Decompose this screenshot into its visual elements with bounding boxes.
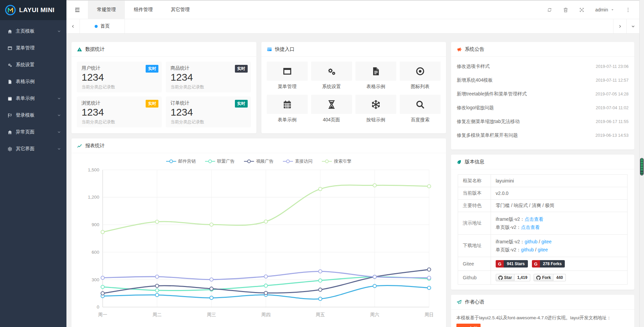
gitee-logo-icon: G <box>532 260 540 268</box>
page-scrollbar[interactable] <box>639 0 644 327</box>
topbar-tab-3[interactable]: 其它管理 <box>162 1 199 19</box>
outdent-icon <box>74 7 81 13</box>
snowflake-icon <box>7 147 12 152</box>
app-logo[interactable]: LAYUI MINI <box>0 0 66 20</box>
chevron-down-icon <box>57 147 61 151</box>
tab-home[interactable]: 首页 <box>80 19 125 33</box>
page-content: 数据统计 用户统计1234当前分类总记录数实时商品统计1234当前分类总记录数实… <box>66 34 639 327</box>
version-row: 框架名称layuimini <box>458 175 628 187</box>
quick-entry-table-example[interactable]: 表格示例 <box>355 62 396 92</box>
chevron-down-icon <box>57 96 61 100</box>
stats-grid: 用户统计1234当前分类总记录数实时商品统计1234当前分类总记录数实时浏览统计… <box>71 57 256 132</box>
paper-plane-icon <box>456 299 462 305</box>
announcements-header: 系统公告 <box>451 42 634 57</box>
legend-marker-icon <box>205 159 215 163</box>
data-point <box>101 285 104 289</box>
stat-panel: 用户统计1234当前分类总记录数实时 <box>77 62 162 92</box>
sidebar-item-login-template[interactable]: 登录模板 <box>0 107 66 124</box>
tab-scroll-right-button[interactable] <box>613 19 626 33</box>
legend-item[interactable]: 联盟广告 <box>205 158 235 164</box>
svg-text:周一: 周一 <box>98 312 107 317</box>
sidebar-item-error-page[interactable]: 异常页面 <box>0 124 66 140</box>
data-point <box>373 284 376 288</box>
more-button[interactable] <box>620 1 636 19</box>
gitee-logo-icon: G <box>496 260 504 268</box>
github-fork-badge[interactable]: Fork440 <box>534 274 566 281</box>
chevron-right-icon <box>618 24 622 29</box>
link-gitee[interactable]: gitee <box>541 239 551 244</box>
quick-entry-page-404[interactable]: 404页面 <box>311 95 352 125</box>
link-github[interactable]: github <box>525 239 537 244</box>
link-github[interactable]: github <box>521 247 534 252</box>
stat-value: 1234 <box>82 72 157 83</box>
collapse-sidebar-button[interactable] <box>66 1 88 19</box>
gears-icon <box>327 66 337 76</box>
fullscreen-button[interactable] <box>574 1 590 19</box>
chevron-down-icon <box>57 130 61 134</box>
stat-desc: 当前分类总记录数 <box>82 119 157 125</box>
legend-item[interactable]: 搜索引擎 <box>322 158 351 164</box>
line-chart: 周一周二周三周四周五周六周日03006009001,2001,500 <box>76 164 442 327</box>
fullscreen-icon <box>579 7 585 13</box>
link-点击查看[interactable]: 点击查看 <box>521 224 540 230</box>
svg-text:300: 300 <box>92 277 99 282</box>
gitee-badge[interactable]: G278 Forks <box>532 260 565 268</box>
version-row: GiteeG941 StarsG278 Forks <box>458 257 628 271</box>
layui-doc-badge[interactable]: layui文档 <box>456 324 481 327</box>
tab-home-label: 首页 <box>100 23 110 29</box>
tab-scroll-left-button[interactable] <box>66 19 80 33</box>
data-point <box>318 288 322 291</box>
quick-entry-menu-manage[interactable]: 菜单管理 <box>267 62 308 92</box>
chevron-down-icon <box>631 24 635 29</box>
link-gitee[interactable]: gitee <box>538 247 548 252</box>
stat-value: 1234 <box>82 107 157 118</box>
version-row: 下载地址iframe版-v2：github / gitee单页版-v2：gith… <box>458 235 628 257</box>
legend-item[interactable]: 邮件营销 <box>166 158 196 164</box>
quick-entry-baidu-search[interactable]: 百度搜索 <box>400 95 441 125</box>
active-tab-dot-icon <box>95 25 98 28</box>
user-dropdown[interactable]: admin <box>590 7 620 12</box>
sidebar-menu: 主页模板菜单管理系统设置表格示例表单示例登录模板异常页面其它界面 <box>0 20 66 157</box>
home-icon <box>7 29 12 34</box>
svg-text:1,500: 1,500 <box>88 167 100 172</box>
sidebar-item-menu-manage[interactable]: 菜单管理 <box>0 40 66 56</box>
trash-icon <box>563 7 568 13</box>
legend-item[interactable]: 视频广告 <box>244 158 274 164</box>
quick-entry-button-example[interactable]: 按钮示例 <box>355 95 396 125</box>
stat-panel: 订单统计1234当前分类总记录数实时 <box>166 96 251 127</box>
github-star-badge[interactable]: Star1,419 <box>496 274 530 281</box>
legend-item[interactable]: 直接访问 <box>283 158 312 164</box>
link-点击查看[interactable]: 点击查看 <box>525 216 543 222</box>
sidebar-item-other-ui[interactable]: 其它界面 <box>0 140 66 157</box>
realtime-badge: 实时 <box>235 65 248 73</box>
tab-menu-button[interactable] <box>626 19 639 33</box>
realtime-badge: 实时 <box>146 100 158 108</box>
window-icon <box>7 46 12 51</box>
scrollbar-thumb[interactable] <box>640 158 644 175</box>
sidebar-item-table-example[interactable]: 表格示例 <box>0 73 66 90</box>
version-table: 框架名称layuimini当前版本v2.0.0主要特色零门槛 / 响应式 / 清… <box>458 174 628 285</box>
svg-text:周日: 周日 <box>425 312 434 317</box>
version-row: 演示地址iframe版-v2：点击查看单页版-v2：点击查看 <box>458 212 628 235</box>
topbar-tab-1[interactable]: 常规管理 <box>88 1 125 19</box>
refresh-button[interactable] <box>542 1 558 19</box>
report-card: 报表统计 邮件营销联盟广告视频广告直接访问搜索引擎 周一周二周三周四周五周六周日… <box>71 138 446 327</box>
topbar-tab-2[interactable]: 组件管理 <box>125 1 162 19</box>
sidebar-item-form-example[interactable]: 表单示例 <box>0 90 66 107</box>
tabbar: 首页 <box>66 19 639 34</box>
sidebar-item-system-setting[interactable]: 系统设置 <box>0 56 66 73</box>
quick-entry-card: 快捷入口 菜单管理系统设置表格示例图标列表表单示例404页面按钮示例百度搜索 <box>261 42 446 133</box>
quick-entry-icon-list[interactable]: 图标列表 <box>400 62 441 92</box>
quick-entry-form-example[interactable]: 表单示例 <box>267 95 308 125</box>
home-icon <box>7 130 12 135</box>
clear-cache-button[interactable] <box>558 1 574 19</box>
quick-entry-system-setting[interactable]: 系统设置 <box>311 62 352 92</box>
data-point <box>210 223 213 226</box>
sidebar-item-home-template[interactable]: 主页模板 <box>0 23 66 40</box>
file-icon <box>7 79 12 84</box>
gitee-badge[interactable]: G941 Stars <box>496 260 528 268</box>
announcements-title: 系统公告 <box>465 46 484 52</box>
layui-logo-icon <box>5 4 16 16</box>
chevron-down-icon <box>57 113 61 117</box>
stats-card-title: 数据统计 <box>85 46 105 52</box>
